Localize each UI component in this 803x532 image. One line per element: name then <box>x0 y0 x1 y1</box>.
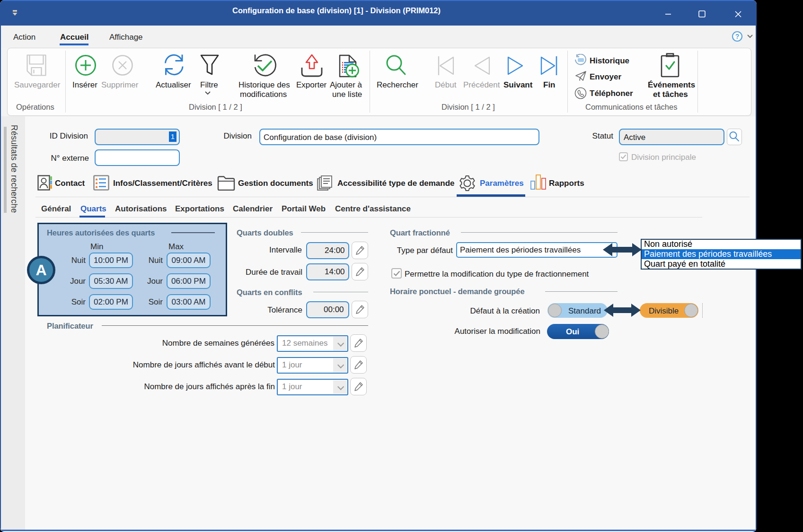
svg-text:?: ? <box>735 33 740 40</box>
